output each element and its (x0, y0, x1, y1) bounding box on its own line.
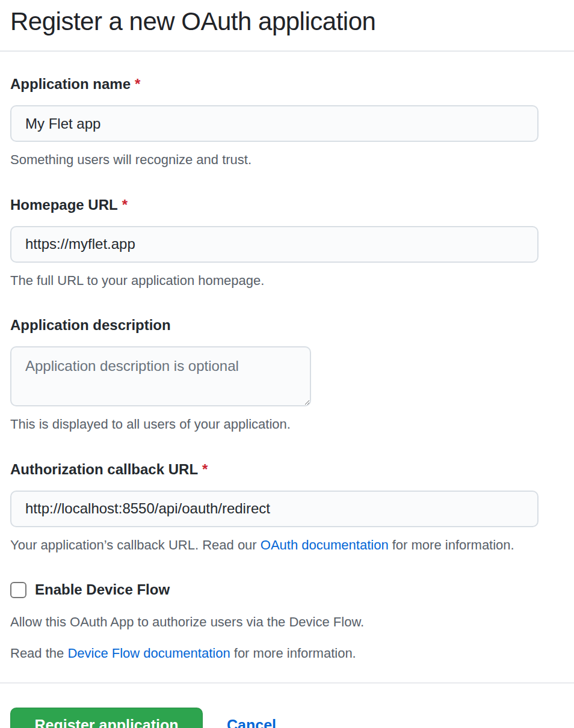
device-flow-label[interactable]: Enable Device Flow (35, 581, 170, 598)
required-asterisk: * (122, 197, 128, 213)
homepage-url-input[interactable] (10, 226, 539, 263)
description-label-text: Application description (10, 317, 171, 333)
register-application-button[interactable]: Register application (10, 708, 203, 728)
description-help: This is displayed to all users of your a… (10, 416, 574, 433)
app-name-input[interactable] (10, 105, 539, 142)
app-name-label-text: Application name (10, 76, 131, 92)
device-flow-note: Read the Device Flow documentation for m… (10, 645, 574, 662)
description-textarea[interactable] (10, 346, 311, 406)
page-title: Register a new OAuth application (10, 0, 574, 36)
device-flow-checkbox[interactable] (10, 582, 26, 598)
homepage-url-group: Homepage URL* The full URL to your appli… (10, 197, 574, 290)
cancel-link[interactable]: Cancel (227, 717, 276, 728)
oauth-app-form: Application name* Something users will r… (10, 76, 574, 728)
callback-help-prefix: Your application’s callback URL. Read ou… (10, 537, 261, 552)
callback-url-help: Your application’s callback URL. Read ou… (10, 537, 574, 554)
callback-url-label: Authorization callback URL* (10, 461, 574, 478)
description-group: Application description This is displaye… (10, 317, 574, 433)
actions-divider (0, 682, 574, 684)
app-name-help: Something users will recognize and trust… (10, 151, 574, 169)
device-flow-help: Allow this OAuth App to authorize users … (10, 614, 574, 631)
callback-help-suffix: for more information. (389, 537, 514, 552)
device-flow-documentation-link[interactable]: Device Flow documentation (67, 646, 230, 661)
form-actions: Register application Cancel (10, 708, 574, 728)
oauth-documentation-link[interactable]: OAuth documentation (261, 537, 389, 552)
device-flow-note-prefix: Read the (10, 646, 67, 661)
homepage-url-help: The full URL to your application homepag… (10, 272, 574, 290)
homepage-url-label-text: Homepage URL (10, 197, 118, 213)
callback-url-label-text: Authorization callback URL (10, 461, 198, 477)
oauth-register-page: Register a new OAuth application Applica… (0, 0, 574, 728)
title-divider (0, 50, 574, 52)
homepage-url-label: Homepage URL* (10, 197, 574, 213)
description-label: Application description (10, 317, 574, 334)
app-name-group: Application name* Something users will r… (10, 76, 574, 169)
device-flow-row: Enable Device Flow (10, 581, 574, 598)
required-asterisk: * (202, 461, 208, 477)
app-name-label: Application name* (10, 76, 574, 93)
device-flow-note-suffix: for more information. (230, 646, 356, 661)
callback-url-group: Authorization callback URL* Your applica… (10, 461, 574, 554)
required-asterisk: * (135, 76, 140, 92)
callback-url-input[interactable] (10, 491, 539, 527)
device-flow-group: Enable Device Flow Allow this OAuth App … (10, 581, 574, 662)
